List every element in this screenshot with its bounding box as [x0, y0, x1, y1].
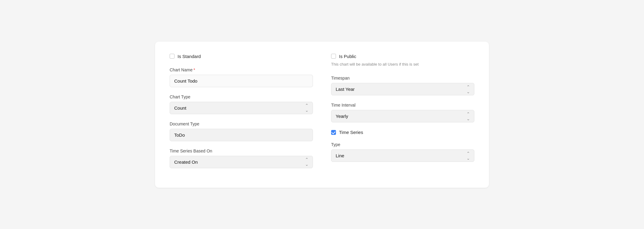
time-interval-label: Time Interval	[331, 103, 474, 108]
chart-name-label: Chart Name*	[170, 67, 313, 72]
right-column: Is Public This chart will be available t…	[331, 54, 474, 176]
document-type-group: Document Type ToDo	[170, 121, 313, 141]
is-public-row[interactable]: Is Public	[331, 54, 474, 59]
time-series-label: Time Series	[339, 130, 363, 135]
document-type-label: Document Type	[170, 121, 313, 126]
timespan-select[interactable]: Last Year Last Month Last Week Last Quar…	[331, 83, 474, 95]
chart-name-input[interactable]	[170, 75, 313, 87]
chart-type-select-wrapper: Count Sum Average Min Max ⌃⌄	[170, 102, 313, 114]
is-public-label: Is Public	[339, 54, 356, 59]
type-group: Type Line Bar Pie Scatter ⌃⌄	[331, 142, 474, 162]
chart-type-label: Chart Type	[170, 94, 313, 99]
is-public-helper-text: This chart will be available to all User…	[331, 61, 474, 67]
timespan-select-wrapper: Last Year Last Month Last Week Last Quar…	[331, 83, 474, 95]
is-standard-label: Is Standard	[178, 54, 201, 59]
type-select[interactable]: Line Bar Pie Scatter	[331, 149, 474, 162]
timespan-label: Timespan	[331, 76, 474, 80]
time-series-based-on-select[interactable]: Created On Modified On Due Date	[170, 156, 313, 168]
form-grid: Is Standard Chart Name* Chart Type Count…	[170, 54, 474, 176]
chart-type-group: Chart Type Count Sum Average Min Max ⌃⌄	[170, 94, 313, 114]
is-public-checkbox[interactable]	[331, 54, 336, 59]
chart-type-select[interactable]: Count Sum Average Min Max	[170, 102, 313, 114]
time-series-checkbox[interactable]	[331, 130, 336, 135]
chart-name-group: Chart Name*	[170, 67, 313, 87]
type-label: Type	[331, 142, 474, 147]
time-series-based-on-group: Time Series Based On Created On Modified…	[170, 149, 313, 168]
form-card: Is Standard Chart Name* Chart Type Count…	[155, 42, 489, 188]
document-type-value: ToDo	[170, 129, 313, 141]
is-standard-row[interactable]: Is Standard	[170, 54, 313, 59]
type-select-wrapper: Line Bar Pie Scatter ⌃⌄	[331, 149, 474, 162]
time-interval-group: Time Interval Yearly Monthly Weekly Dail…	[331, 103, 474, 122]
required-star: *	[193, 67, 195, 72]
timespan-group: Timespan Last Year Last Month Last Week …	[331, 76, 474, 95]
time-interval-select[interactable]: Yearly Monthly Weekly Daily	[331, 110, 474, 122]
is-standard-checkbox[interactable]	[170, 54, 175, 59]
time-series-based-on-select-wrapper: Created On Modified On Due Date ⌃⌄	[170, 156, 313, 168]
left-column: Is Standard Chart Name* Chart Type Count…	[170, 54, 313, 176]
time-series-row[interactable]: Time Series	[331, 130, 474, 135]
time-interval-select-wrapper: Yearly Monthly Weekly Daily ⌃⌄	[331, 110, 474, 122]
time-series-based-on-label: Time Series Based On	[170, 149, 313, 153]
